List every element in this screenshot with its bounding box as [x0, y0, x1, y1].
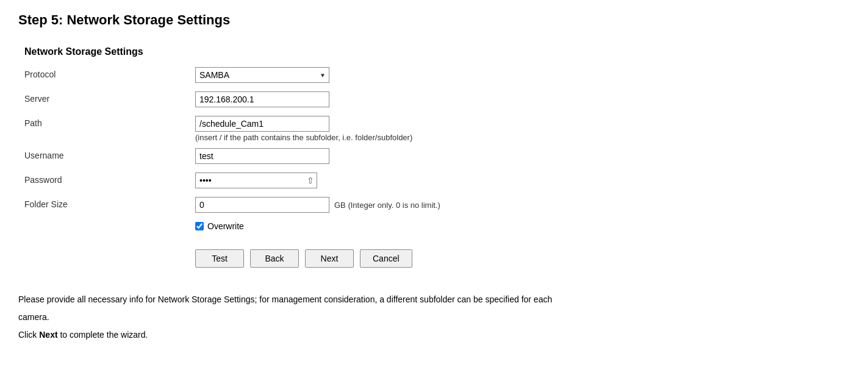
description-line1: Please provide all necessary info for Ne… [18, 292, 750, 307]
next-button[interactable]: Next [305, 249, 354, 268]
description: Please provide all necessary info for Ne… [18, 292, 750, 343]
protocol-label: Protocol [24, 67, 195, 79]
overwrite-row: Overwrite [24, 221, 850, 240]
username-field [195, 148, 329, 164]
folder-size-input[interactable] [195, 197, 329, 213]
server-label: Server [24, 91, 195, 104]
button-group: Test Back Next Cancel [195, 249, 412, 268]
description-line3-bold: Next [39, 330, 57, 340]
folder-size-note: GB (Integer only. 0 is no limit.) [334, 201, 440, 210]
username-input[interactable] [195, 148, 329, 164]
path-input[interactable] [195, 116, 329, 132]
path-field: (insert / if the path contains the subfo… [195, 116, 412, 142]
password-label: Password [24, 173, 195, 185]
folder-size-row: Folder Size GB (Integer only. 0 is no li… [24, 197, 850, 215]
path-hint: (insert / if the path contains the subfo… [195, 133, 412, 142]
password-row: Password ⇧ [24, 173, 850, 191]
description-line3: Click Next to complete the wizard. [18, 327, 750, 343]
server-field [195, 91, 329, 107]
protocol-field: SAMBA NFS FTP [195, 67, 329, 83]
username-label: Username [24, 148, 195, 160]
folder-size-field: GB (Integer only. 0 is no limit.) [195, 197, 440, 213]
protocol-select-wrapper: SAMBA NFS FTP [195, 67, 329, 83]
password-field: ⇧ [195, 173, 317, 188]
description-line3-prefix: Click [18, 330, 39, 340]
cancel-button[interactable]: Cancel [360, 249, 412, 268]
overwrite-spacer [24, 221, 195, 224]
protocol-row: Protocol SAMBA NFS FTP [24, 67, 850, 85]
password-wrapper: ⇧ [195, 173, 317, 188]
page-title: Step 5: Network Storage Settings [18, 12, 850, 28]
folder-size-wrapper: GB (Integer only. 0 is no limit.) [195, 197, 440, 213]
description-line3-suffix: to complete the wizard. [58, 330, 148, 340]
username-row: Username [24, 148, 850, 166]
server-input[interactable] [195, 91, 329, 107]
form-container: Network Storage Settings Protocol SAMBA … [24, 46, 850, 268]
buttons-spacer [24, 249, 195, 252]
overwrite-wrapper: Overwrite [195, 221, 244, 231]
protocol-select[interactable]: SAMBA NFS FTP [195, 67, 329, 83]
password-input[interactable] [195, 173, 317, 188]
back-button[interactable]: Back [250, 249, 299, 268]
folder-size-label: Folder Size [24, 197, 195, 209]
overwrite-checkbox[interactable] [195, 222, 204, 230]
overwrite-label: Overwrite [207, 221, 244, 231]
buttons-row: Test Back Next Cancel [24, 249, 850, 268]
section-title: Network Storage Settings [24, 46, 850, 57]
server-row: Server [24, 91, 850, 110]
path-row: Path (insert / if the path contains the … [24, 116, 850, 142]
test-button[interactable]: Test [195, 249, 244, 268]
description-line2: camera. [18, 310, 750, 325]
path-label: Path [24, 116, 195, 128]
password-toggle-icon[interactable]: ⇧ [307, 176, 314, 185]
